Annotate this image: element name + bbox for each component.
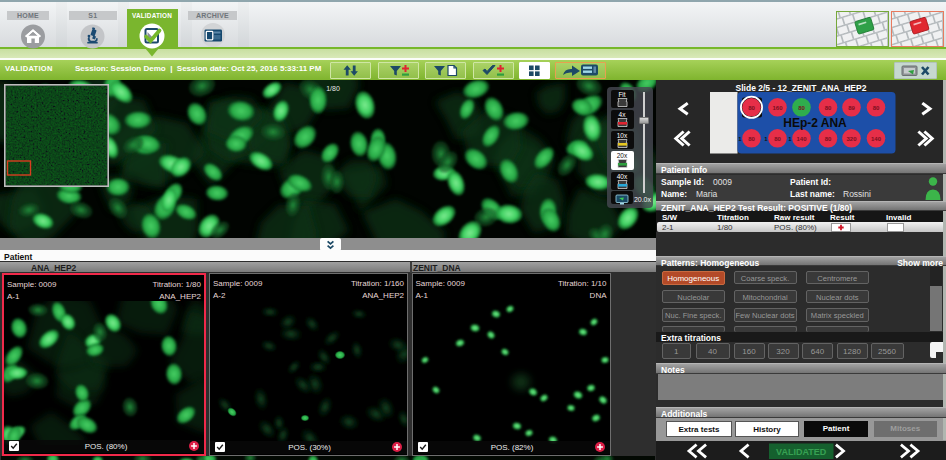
svg-text:VALIDATED: VALIDATED xyxy=(776,446,827,456)
svg-text:320: 320 xyxy=(846,136,857,142)
svg-text:140: 140 xyxy=(796,136,807,142)
svg-text:160: 160 xyxy=(772,105,783,111)
svg-text:HEp-2 ANA: HEp-2 ANA xyxy=(783,116,847,130)
svg-text:80: 80 xyxy=(873,105,880,111)
svg-text:80: 80 xyxy=(798,105,805,111)
svg-text:80: 80 xyxy=(748,105,755,111)
svg-text:80: 80 xyxy=(748,136,755,142)
svg-text:140: 140 xyxy=(871,136,882,142)
svg-text:80: 80 xyxy=(825,105,832,111)
svg-text:80: 80 xyxy=(825,136,832,142)
svg-text:89: 89 xyxy=(848,105,855,111)
svg-text:80: 80 xyxy=(774,136,781,142)
